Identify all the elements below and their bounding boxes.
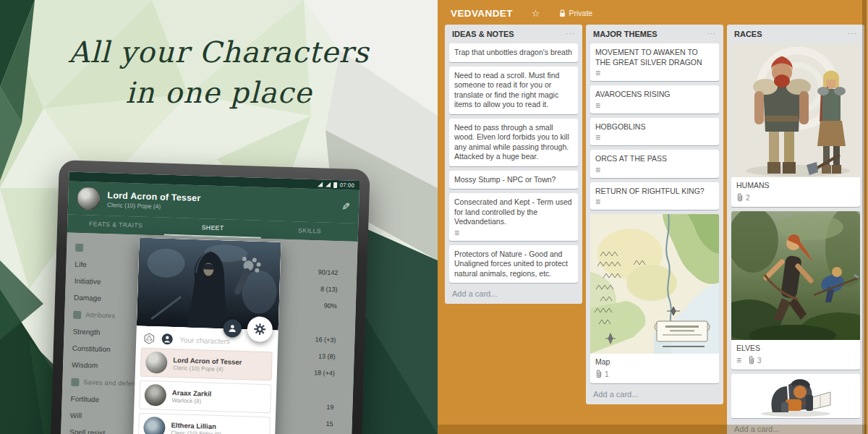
person-fab-button[interactable] <box>223 319 242 338</box>
card[interactable]: Need to pass through a small wood. Elven… <box>449 119 578 166</box>
fantasy-map-image <box>590 214 719 354</box>
trello-board: VEDVANDET ☆ Private IDEAS & NOTES ··· Tr… <box>438 0 868 434</box>
card-title: Need to read a scroll. Must find someone… <box>454 71 559 109</box>
card-title: Protectors of Nature - Good and Unaligne… <box>454 250 568 278</box>
character-list-item[interactable]: Lord Acron of TesserCleric (10) Pope (4) <box>140 348 273 381</box>
card[interactable]: Mossy Stump - NPC or Town? <box>449 171 578 190</box>
card-title: HUMANS <box>736 181 855 191</box>
section-icon <box>75 243 83 251</box>
description-icon: ≡ <box>595 166 600 174</box>
card-title: Consecrated and Kept - Term used for lan… <box>454 197 573 227</box>
card-dwarf[interactable] <box>731 374 860 418</box>
signal-icon <box>326 182 331 187</box>
wifi-icon <box>318 182 323 187</box>
human-warriors-image <box>731 43 860 177</box>
promo-panel: All your Characters in one place 07:00 L… <box>0 0 438 434</box>
visibility-control[interactable]: Private <box>559 9 593 17</box>
description-icon: ≡ <box>595 102 600 109</box>
card-title: AVAROCENS RISING <box>595 90 714 100</box>
card-title: ELVES <box>736 344 855 354</box>
card-humans[interactable]: HUMANS 2 <box>731 43 860 207</box>
card-map[interactable]: Map 1 <box>590 214 719 383</box>
card-title: Mossy Stump - NPC or Town? <box>454 175 556 184</box>
add-card-button[interactable]: Add a card... <box>590 388 719 399</box>
board-title[interactable]: VEDVANDET <box>451 8 513 19</box>
list-major-themes: MAJOR THEMES ··· MOVEMENT TO AWAKEN TO T… <box>586 25 723 404</box>
list-menu-icon[interactable]: ··· <box>566 32 575 36</box>
paperclip-icon <box>595 370 603 378</box>
character-avatar[interactable] <box>77 187 101 210</box>
card-title: Need to pass through a small wood. Elven… <box>454 123 569 161</box>
card-title: ORCS AT THE PASS <box>595 154 714 164</box>
attachment-badge: 1 <box>595 370 609 380</box>
tablet-screen: 07:00 Lord Acron of Tesser Cleric (10) P… <box>60 171 359 434</box>
character-list-item[interactable]: Elthera LillianCleric (10) Elder (9) <box>138 413 271 434</box>
promo-headline: All your Characters in one place <box>0 32 438 113</box>
card-title: MOVEMENT TO AWAKEN TO THE GREAT SILVER D… <box>595 48 714 67</box>
description-icon: ≡ <box>595 198 600 205</box>
attachment-count: 1 <box>605 370 609 380</box>
list-races: RACES ··· <box>727 25 864 434</box>
add-card-button[interactable]: Add a card... <box>449 287 578 298</box>
card[interactable]: AVAROCENS RISING ≡ <box>590 85 719 114</box>
card-title: Trap that unbottles dragon's breath <box>454 48 572 56</box>
shield-icon <box>71 378 79 386</box>
settings-fab-button[interactable] <box>247 316 273 342</box>
list-ideas-and-notes: IDEAS & NOTES ··· Trap that unbottles dr… <box>445 25 582 304</box>
lock-icon <box>559 9 566 17</box>
list-menu-icon[interactable]: ··· <box>848 32 857 36</box>
character-list: Lord Acron of TesserCleric (10) Pope (4)… <box>131 347 278 434</box>
avatar <box>145 352 168 374</box>
board-header: VEDVANDET ☆ Private <box>445 4 868 22</box>
clock-text: 07:00 <box>340 182 355 189</box>
dwarf-figure-image <box>752 376 839 417</box>
paperclip-icon <box>736 193 744 202</box>
edit-pencil-icon[interactable]: ✎ <box>341 200 350 212</box>
card[interactable]: Need to read a scroll. Must find someone… <box>449 67 578 114</box>
description-icon: ≡ <box>736 357 741 364</box>
card[interactable]: Protectors of Nature - Good and Unaligne… <box>449 245 578 284</box>
board-lists: IDEAS & NOTES ··· Trap that unbottles dr… <box>445 25 868 434</box>
list-title: MAJOR THEMES <box>593 30 658 38</box>
description-icon: ≡ <box>595 134 600 141</box>
headline-line1: All your Characters <box>0 32 438 72</box>
card-elves[interactable]: ELVES ≡ 3 <box>731 211 860 370</box>
d20-die-icon[interactable] <box>143 333 155 344</box>
characters-dialog: Your characters Lord Acron of TesserCler… <box>132 238 281 434</box>
character-list-item[interactable]: Araax ZarkilWarlock (8) <box>139 380 271 414</box>
visibility-label: Private <box>569 9 593 17</box>
list-menu-icon[interactable]: ··· <box>707 32 716 36</box>
card[interactable]: Trap that unbottles dragon's breath <box>449 43 578 62</box>
card[interactable]: RETURN OF RIGHTFUL KING? ≡ <box>590 182 719 210</box>
card-title: Map <box>595 357 714 367</box>
card[interactable]: HOBGOBLINS ≡ <box>590 118 719 146</box>
description-icon: ≡ <box>595 69 600 77</box>
card-title: RETURN OF RIGHTFUL KING? <box>595 187 714 197</box>
card[interactable]: Consecrated and Kept - Term used for lan… <box>449 193 578 241</box>
attachment-count: 3 <box>757 356 762 366</box>
screenshot-root: All your Characters in one place 07:00 L… <box>0 0 868 434</box>
card[interactable]: MOVEMENT TO AWAKEN TO THE GREAT SILVER D… <box>590 43 719 81</box>
attachment-count: 2 <box>746 193 750 203</box>
paperclip-icon <box>748 356 755 365</box>
card[interactable]: ORCS AT THE PASS ≡ <box>590 150 719 178</box>
elf-rangers-image <box>731 211 860 340</box>
card-title: HOBGOBLINS <box>595 122 714 132</box>
list-title: RACES <box>734 30 762 38</box>
list-title: IDEAS & NOTES <box>452 30 514 38</box>
fab-buttons <box>223 315 273 342</box>
attachment-badge: 2 <box>736 193 750 203</box>
description-icon: ≡ <box>454 229 459 237</box>
avatar <box>143 417 166 434</box>
battery-icon <box>333 182 337 187</box>
board-bottom-shade <box>438 425 868 434</box>
headline-line2: in one place <box>0 72 438 113</box>
profile-icon[interactable] <box>161 333 173 345</box>
tablet-mockup: 07:00 Lord Acron of Tesser Cleric (10) P… <box>50 160 370 434</box>
star-icon[interactable]: ☆ <box>532 8 540 19</box>
attachment-badge: 3 <box>748 356 762 366</box>
avatar <box>144 384 166 407</box>
ruler-icon <box>73 310 81 318</box>
board-edge-shade <box>862 0 868 434</box>
